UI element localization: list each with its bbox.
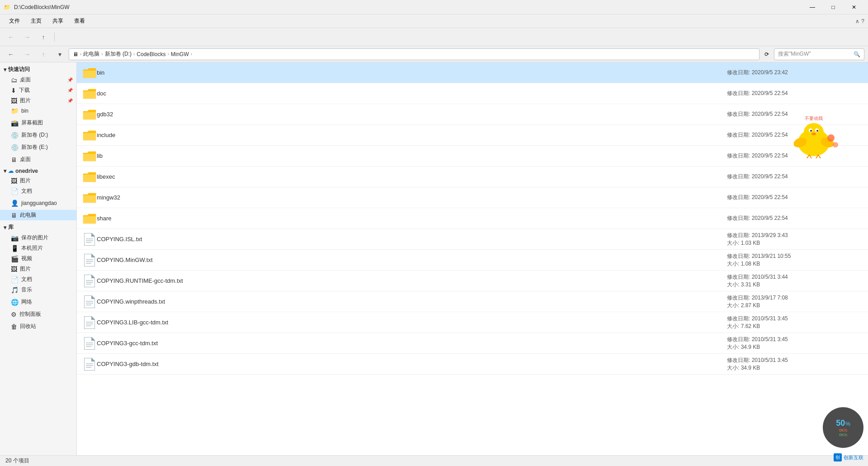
- file-row-copying3-gcc[interactable]: COPYING3-gcc-tdm.txt 修改日期: 2010/5/31 3:4…: [77, 333, 868, 354]
- file-row-copying3-lib[interactable]: COPYING3.LIB-gcc-tdm.txt 修改日期: 2010/5/31…: [77, 312, 868, 333]
- file-name: gdb32: [97, 111, 727, 118]
- sidebar-item-drivee[interactable]: 💿 新加卷 (E:): [0, 142, 76, 152]
- sidebar-item-desktop2-label: 桌面: [20, 156, 31, 163]
- txt-icon: [84, 275, 95, 287]
- file-row-doc[interactable]: doc 修改日期: 2020/9/5 22:54: [77, 83, 868, 104]
- sidebar-item-lib-docs[interactable]: 📄 文档: [0, 274, 76, 285]
- sidebar-item-phone-pics[interactable]: 📱 本机照片: [0, 243, 76, 253]
- expand-ribbon-button[interactable]: ∧: [855, 18, 859, 24]
- file-name: libexec: [97, 173, 727, 180]
- refresh-button[interactable]: ⟳: [761, 49, 772, 60]
- breadcrumb-this-pc[interactable]: 此电脑: [83, 50, 99, 58]
- sidebar-item-od-pics[interactable]: 🖼 图片: [0, 176, 76, 186]
- txt-icon: [84, 295, 95, 308]
- download-speed: 0K/s: [839, 433, 847, 437]
- sidebar-item-bin[interactable]: 📁 bin: [0, 106, 76, 116]
- nav-up-button[interactable]: ↑: [36, 47, 51, 62]
- sidebar-header-library[interactable]: ▾ 库: [0, 222, 76, 233]
- pc-icon: 🖥: [11, 212, 17, 219]
- file-icon: [82, 129, 97, 141]
- file-row-lib[interactable]: lib 修改日期: 2020/9/5 22:54: [77, 146, 868, 166]
- file-row-mingw32[interactable]: mingw32 修改日期: 2020/9/5 22:54: [77, 187, 868, 208]
- close-button[interactable]: ✕: [844, 0, 864, 14]
- file-list: bin 修改日期: 2020/9/5 23:42 doc 修改日期: 2020/…: [77, 62, 868, 375]
- sidebar-item-thispc[interactable]: 🖥 此电脑: [0, 210, 76, 220]
- folder-icon: 📸: [11, 119, 19, 127]
- menu-home[interactable]: 主页: [25, 15, 47, 27]
- title-bar: 📁 D:\CodeBlocks\MinGW — □ ✕: [0, 0, 868, 14]
- file-name: COPYING3.LIB-gcc-tdm.txt: [97, 319, 727, 326]
- breadcrumb-mingw: MinGW: [171, 51, 189, 57]
- file-row-copying-mingw[interactable]: COPYING.MinGW.txt 修改日期: 2013/9/21 10:55 …: [77, 250, 868, 271]
- sidebar-section-recycle: 🗑 回收站: [0, 321, 76, 332]
- file-name: COPYING.winpthreads.txt: [97, 298, 727, 305]
- file-date: 修改日期: 2010/5/31 3:45: [727, 315, 863, 323]
- nav-back-button[interactable]: ←: [4, 47, 18, 62]
- brand-label: 创新互联: [844, 454, 863, 461]
- chevron-right-icon: ▾: [4, 168, 6, 174]
- file-icon: [82, 295, 97, 308]
- file-row-copying-runtime[interactable]: COPYING.RUNTIME-gcc-tdm.txt 修改日期: 2010/5…: [77, 271, 868, 291]
- sidebar-item-video[interactable]: 🎬 视频: [0, 253, 76, 264]
- menu-file[interactable]: 文件: [4, 15, 25, 27]
- file-row-share[interactable]: share 修改日期: 2020/9/5 22:54: [77, 208, 868, 229]
- sidebar-item-desktop2[interactable]: 🖥 桌面: [0, 154, 76, 165]
- file-row-copying3-gdb[interactable]: COPYING3-gdb-tdm.txt 修改日期: 2010/5/31 3:4…: [77, 354, 868, 375]
- file-row-copying-isl[interactable]: COPYING.ISL.txt 修改日期: 2013/9/29 3:43 大小:…: [77, 229, 868, 250]
- file-row-gdb32[interactable]: gdb32 修改日期: 2020/9/5 22:54: [77, 104, 868, 125]
- file-date: 修改日期: 2020/9/5 22:54: [727, 173, 863, 181]
- folder-icon: 📄: [11, 276, 19, 283]
- sidebar-item-controlpanel[interactable]: ⚙ 控制面板: [0, 309, 76, 319]
- sidebar-item-music[interactable]: 🎵 音乐: [0, 285, 76, 295]
- file-row-bin[interactable]: bin 修改日期: 2020/9/5 23:42: [77, 62, 868, 83]
- sidebar-item-screencapture[interactable]: 📸 屏幕截图: [0, 118, 76, 128]
- file-meta: 修改日期: 2020/9/5 22:54: [727, 194, 863, 201]
- breadcrumb-codeblocks: CodeBlocks: [137, 51, 165, 57]
- breadcrumb-sep3: ›: [167, 52, 169, 57]
- sidebar-item-lib-pics[interactable]: 🖼 图片: [0, 264, 76, 274]
- sidebar-item-jiangguangdao[interactable]: 👤 jiangguangdao: [0, 198, 76, 208]
- file-row-copying-winpthreads[interactable]: COPYING.winpthreads.txt 修改日期: 2013/9/17 …: [77, 291, 868, 312]
- back-button[interactable]: ←: [4, 30, 18, 44]
- file-date: 修改日期: 2013/9/21 10:55: [727, 252, 863, 260]
- breadcrumb-sep0: ›: [80, 52, 81, 57]
- menu-share[interactable]: 共享: [47, 15, 69, 27]
- breadcrumb-home-icon: 🖥: [73, 51, 78, 57]
- search-placeholder: 搜索"MinGW": [778, 50, 811, 58]
- sidebar-item-od-docs[interactable]: 📄 文档: [0, 186, 76, 196]
- file-meta: 修改日期: 2010/5/31 3:45 大小: 7.62 KB: [727, 315, 863, 330]
- sidebar-header-onedrive[interactable]: ▾ ☁ onedrive: [0, 166, 76, 176]
- forward-button[interactable]: →: [20, 30, 34, 44]
- txt-icon: [84, 254, 95, 266]
- sidebar-item-pictures[interactable]: 🖼 图片 📌: [0, 95, 76, 106]
- cloud-icon: ☁: [8, 168, 14, 174]
- sidebar-item-saved-pics[interactable]: 📷 保存的图片: [0, 233, 76, 243]
- sidebar-item-network[interactable]: 🌐 网络: [0, 297, 76, 307]
- sidebar-item-downloads[interactable]: ⬇ 下载 📌: [0, 85, 76, 95]
- minimize-button[interactable]: —: [802, 0, 823, 14]
- nav-forward-button[interactable]: →: [20, 47, 34, 62]
- file-row-libexec[interactable]: libexec 修改日期: 2020/9/5 22:54: [77, 166, 868, 187]
- address-box[interactable]: 🖥 › 此电脑 › 新加卷 (D:) › CodeBlocks › MinGW …: [69, 48, 760, 60]
- maximize-button[interactable]: □: [823, 0, 844, 14]
- sidebar-section-jiangguangdao: 👤 jiangguangdao: [0, 198, 76, 208]
- sidebar-item-desktop[interactable]: 🗂 桌面 📌: [0, 75, 76, 85]
- help-button[interactable]: ?: [861, 18, 864, 24]
- sidebar-item-drived[interactable]: 💿 新加卷 (D:): [0, 130, 76, 140]
- sidebar-header-quickaccess[interactable]: ▾ 快速访问: [0, 64, 76, 75]
- file-name: lib: [97, 152, 727, 159]
- folder-icon: 📄: [11, 188, 19, 195]
- search-icon[interactable]: 🔍: [854, 51, 860, 57]
- nav-recent-button[interactable]: ▾: [52, 47, 67, 62]
- search-box[interactable]: 搜索"MinGW" 🔍: [774, 48, 864, 60]
- file-row-include[interactable]: include 修改日期: 2020/9/5 22:54: [77, 125, 868, 146]
- breadcrumb-sep2: ›: [133, 52, 135, 57]
- menu-view[interactable]: 查看: [69, 15, 90, 27]
- drive-icon: 💿: [11, 144, 19, 151]
- txt-icon: [84, 358, 95, 371]
- file-icon: [82, 67, 97, 79]
- file-icon: [82, 109, 97, 120]
- sidebar-item-recycle[interactable]: 🗑 回收站: [0, 321, 76, 332]
- up-button[interactable]: ↑: [36, 30, 51, 44]
- folder-icon: 🖼: [11, 97, 17, 105]
